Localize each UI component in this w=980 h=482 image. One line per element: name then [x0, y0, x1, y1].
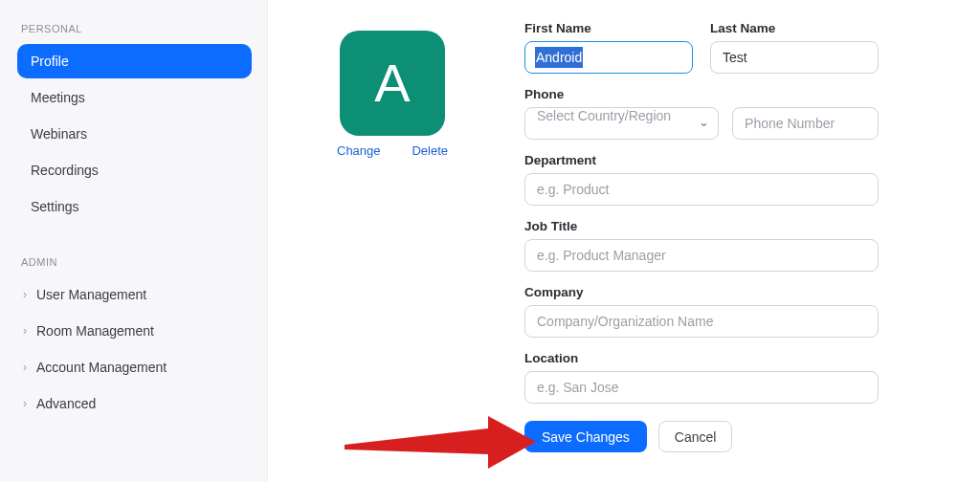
company-field[interactable]: [524, 305, 879, 338]
sidebar-item-label: Settings: [31, 199, 79, 214]
location-label: Location: [524, 351, 879, 365]
first-name-value: Android: [535, 47, 583, 68]
avatar-change-link[interactable]: Change: [337, 143, 381, 158]
department-label: Department: [524, 153, 879, 167]
avatar-block: A Change Delete: [335, 31, 450, 158]
sidebar-section-admin: ADMIN: [21, 256, 252, 268]
save-button[interactable]: Save Changes: [524, 421, 647, 452]
sidebar-item-room-management[interactable]: › Room Management: [17, 314, 252, 348]
sidebar-item-label: Webinars: [31, 126, 87, 142]
sidebar-item-label: User Management: [36, 287, 146, 302]
chevron-right-icon: ›: [23, 361, 36, 374]
sidebar-item-label: Room Management: [36, 323, 154, 339]
department-field[interactable]: [524, 173, 879, 206]
sidebar-item-label: Recordings: [31, 163, 99, 178]
avatar-delete-link[interactable]: Delete: [412, 143, 448, 158]
annotation-arrow-icon: [345, 402, 536, 469]
first-name-field[interactable]: Android: [524, 41, 693, 74]
sidebar-item-account-management[interactable]: › Account Management: [17, 350, 252, 384]
sidebar-item-label: Account Management: [36, 360, 167, 375]
last-name-field[interactable]: [710, 41, 879, 74]
svg-marker-0: [345, 416, 536, 469]
last-name-label: Last Name: [710, 21, 879, 35]
sidebar-item-advanced[interactable]: › Advanced: [17, 386, 252, 421]
profile-form: First Name Android Last Name Phone Selec…: [524, 21, 879, 452]
sidebar-item-label: Advanced: [36, 396, 96, 411]
avatar[interactable]: A: [340, 31, 445, 136]
phone-label: Phone: [524, 87, 879, 101]
location-field[interactable]: [524, 371, 879, 404]
sidebar-section-personal: PERSONAL: [21, 23, 252, 34]
chevron-right-icon: ›: [23, 324, 36, 338]
sidebar-item-label: Meetings: [31, 90, 85, 105]
chevron-right-icon: ›: [23, 397, 36, 410]
first-name-label: First Name: [524, 21, 693, 35]
phone-country-select[interactable]: Select Country/Region: [524, 107, 719, 140]
job-title-field[interactable]: [524, 239, 879, 272]
sidebar-item-meetings[interactable]: Meetings: [17, 80, 252, 115]
sidebar-item-settings[interactable]: Settings: [17, 189, 252, 224]
sidebar-item-profile[interactable]: Profile: [17, 44, 252, 78]
sidebar-item-webinars[interactable]: Webinars: [17, 117, 252, 151]
phone-country-placeholder: Select Country/Region: [537, 108, 671, 123]
sidebar-item-recordings[interactable]: Recordings: [17, 153, 252, 187]
sidebar: PERSONAL Profile Meetings Webinars Recor…: [0, 0, 268, 482]
chevron-right-icon: ›: [23, 288, 36, 301]
company-label: Company: [524, 285, 879, 299]
job-title-label: Job Title: [524, 219, 879, 233]
cancel-button[interactable]: Cancel: [658, 421, 733, 452]
sidebar-item-user-management[interactable]: › User Management: [17, 277, 252, 312]
phone-number-field[interactable]: [732, 107, 879, 140]
sidebar-item-label: Profile: [31, 54, 69, 69]
